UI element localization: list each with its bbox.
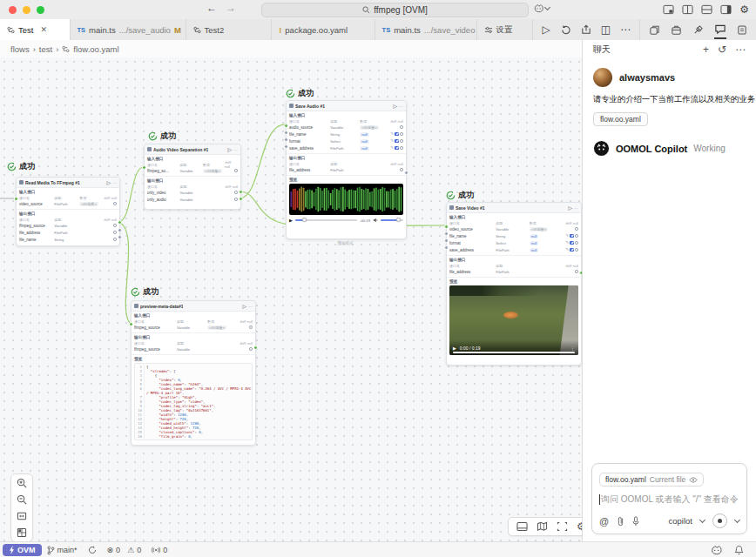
minimap-icon[interactable] — [17, 527, 27, 538]
split-rows-icon[interactable] — [701, 4, 712, 15]
port-in-file-name[interactable] — [444, 232, 449, 236]
value-chip[interactable]: <已连接> — [203, 169, 221, 173]
port-row[interactable]: only_audioVariable — [147, 196, 238, 203]
null-toggle-icon[interactable] — [400, 125, 403, 129]
node-save-video[interactable]: Save Video #1 ▷ ⋯ 输入接口 接口名类型数值允许 null vi… — [446, 202, 582, 366]
eye-icon[interactable] — [689, 477, 698, 483]
output-section-label[interactable]: 输出接口 — [449, 257, 578, 263]
ovm-badge[interactable]: OVM — [3, 544, 42, 556]
port-row[interactable]: file_name String null ✎ — [289, 131, 403, 138]
port-out-file-address[interactable] — [118, 228, 122, 232]
node-run-icon[interactable]: ▷ — [568, 205, 572, 211]
port-out-file-address[interactable] — [579, 271, 582, 275]
checkbox-icon[interactable] — [395, 132, 399, 137]
port-in-file-name[interactable] — [284, 131, 288, 135]
null-toggle-icon[interactable] — [400, 168, 403, 171]
rerun-icon[interactable] — [560, 24, 571, 35]
port-row[interactable]: audio_source Variable <已连接> — [289, 124, 403, 131]
export-icon[interactable] — [581, 24, 591, 35]
settings-gear-icon[interactable]: ⚙ — [739, 3, 749, 16]
close-window-button[interactable] — [9, 6, 17, 14]
seek-slider[interactable] — [295, 219, 357, 221]
panel-more-icon[interactable]: ⋯ — [735, 44, 746, 56]
node-run-icon[interactable]: ▷ — [106, 179, 111, 185]
checkbox-icon[interactable] — [570, 234, 574, 238]
history-icon[interactable]: ↺ — [718, 44, 726, 56]
video-menu-icon[interactable]: ⋮ — [570, 346, 575, 351]
node-header[interactable]: preview-meta-data#1 ▷ ⋯ — [132, 301, 255, 312]
close-tab-icon[interactable]: ✕ — [40, 25, 47, 34]
customize-layout-icon[interactable] — [663, 4, 674, 15]
port-row[interactable]: only_videoVariable — [147, 189, 238, 196]
port-out-only-audio[interactable] — [239, 197, 243, 201]
audio-player[interactable]: ▶ -00:19 — [289, 216, 403, 225]
volume-slider[interactable] — [381, 219, 403, 221]
chat-composer[interactable]: flow.oo.yaml Current file 询问 OOMOL 或者输入 … — [591, 463, 747, 534]
port-in-video-source[interactable] — [444, 225, 449, 229]
port-row[interactable]: video_source FilePath <已选择> — [19, 200, 117, 207]
volume-icon[interactable] — [373, 218, 378, 223]
value-chip[interactable]: null — [360, 139, 369, 144]
null-toggle-icon[interactable] — [400, 146, 403, 150]
select-area-icon[interactable] — [557, 521, 568, 532]
port-in-ffmpeg-source[interactable] — [142, 165, 146, 170]
attachment-chip[interactable]: flow.oo.yaml — [593, 112, 648, 126]
null-toggle-icon[interactable] — [575, 241, 578, 245]
mic-icon[interactable] — [632, 516, 639, 527]
port-in-format[interactable] — [284, 138, 288, 142]
null-toggle-icon[interactable] — [113, 238, 117, 241]
flow-canvas[interactable]: 成功 成功 成功 成功 成功 Read Media To FFmpeg #1 ▷… — [0, 57, 582, 541]
output-section-label[interactable]: 输出接口 — [19, 211, 117, 217]
input-section-label[interactable]: 输入接口 — [449, 214, 578, 220]
port-row[interactable]: format Select null ✎ — [289, 138, 403, 144]
port-row[interactable]: video_source Variable <已连接> — [449, 225, 578, 232]
port-row[interactable]: ffmpeg_sourceVariable — [19, 222, 117, 229]
command-center-search[interactable]: ffmpeg [OVM] — [261, 3, 529, 17]
value-chip[interactable]: null — [530, 234, 539, 238]
breadcrumb-file[interactable]: flow.oo.yaml — [73, 44, 118, 54]
node-header[interactable]: Save Audio #1 ▷ ⋯ — [287, 101, 406, 111]
node-read-media[interactable]: Read Media To FFmpeg #1 ▷ ⋯ 输入接口 接口名类型数值… — [16, 177, 120, 246]
attach-icon[interactable] — [617, 516, 624, 527]
port-in-save-address[interactable] — [284, 144, 288, 149]
edit-icon[interactable]: ✎ — [390, 132, 394, 137]
edit-icon[interactable]: ✎ — [565, 234, 569, 238]
node-more-icon[interactable]: ⋯ — [574, 205, 578, 211]
model-selector[interactable]: copilot — [669, 516, 692, 526]
value-chip[interactable]: null — [360, 132, 369, 137]
port-row[interactable]: file_addressFilePath — [19, 229, 117, 236]
port-row[interactable]: format Select null ✎ — [449, 239, 578, 246]
value-chip[interactable]: <已连接> — [360, 125, 378, 130]
minimize-window-button[interactable] — [23, 6, 30, 14]
checkbox-icon[interactable] — [570, 241, 574, 245]
preview-section-label[interactable]: 预览 — [134, 356, 253, 362]
video-progress-bar[interactable] — [453, 352, 575, 352]
port-row[interactable]: file_addressFilePath — [449, 268, 578, 275]
fit-view-icon[interactable] — [17, 511, 27, 521]
port-row[interactable]: file_nameString — [19, 236, 117, 243]
port-out-ffmpeg-source[interactable] — [118, 220, 122, 225]
json-preview[interactable]: 1{2 "streams": [3 {4 "index": 0,5 "codec… — [134, 363, 253, 440]
port-out-file-address[interactable] — [404, 171, 408, 175]
null-toggle-icon[interactable] — [113, 224, 117, 227]
value-chip[interactable]: <已选择> — [79, 202, 98, 206]
play-icon[interactable]: ▶ — [289, 218, 293, 223]
tab-test2[interactable]: Test2 — [186, 19, 273, 40]
edit-icon[interactable]: ✎ — [390, 146, 394, 151]
port-row[interactable]: ffmpeg_sourceVariable — [134, 346, 253, 352]
play-icon[interactable]: ▶ — [453, 346, 456, 351]
edit-icon[interactable]: ✎ — [565, 241, 569, 245]
null-toggle-icon[interactable] — [575, 248, 578, 252]
git-branch-item[interactable]: main* — [47, 546, 78, 555]
port-out-file-name[interactable] — [118, 235, 122, 239]
node-save-audio[interactable]: Save Audio #1 ▷ ⋯ 输入接口 接口名类型数值允许 null au… — [286, 100, 407, 239]
node-run-icon[interactable]: ▷ — [393, 103, 397, 109]
tab-main-ts-save-audio[interactable]: TS main.ts .../save_audio M — [71, 19, 186, 40]
toggle-panel-icon[interactable] — [720, 4, 732, 15]
null-toggle-icon[interactable] — [113, 231, 117, 234]
zoom-in-icon[interactable] — [17, 478, 27, 488]
null-toggle-icon[interactable] — [249, 325, 253, 329]
chat-input[interactable]: 询问 OOMOL 或者输入 "/" 查看命令 — [599, 493, 739, 506]
port-in-format[interactable] — [444, 238, 449, 243]
ports-item[interactable]: 0 — [152, 546, 167, 554]
